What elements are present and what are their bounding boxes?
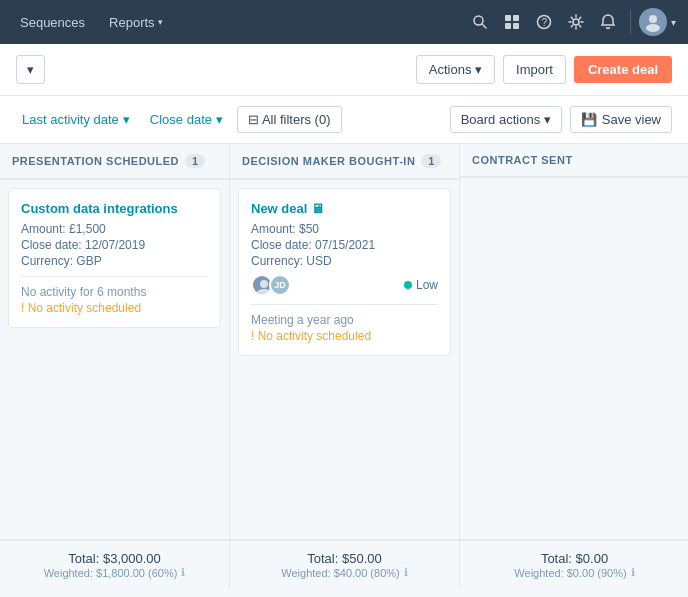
svg-text:?: ? [542,17,548,28]
bell-icon[interactable] [594,8,622,36]
top-navigation: Sequences Reports ▾ ? ▾ [0,0,688,44]
board-actions-button[interactable]: Board actions ▾ [450,106,562,133]
grid-icon[interactable] [498,8,526,36]
deal-currency: Currency: GBP [21,254,208,268]
close-date-label: Close date [150,112,212,127]
svg-point-8 [573,19,579,25]
all-filters-button[interactable]: ⊟ All filters (0) [237,106,342,133]
deal-amount: Amount: $50 [251,222,438,236]
last-activity-label: Last activity date [22,112,119,127]
import-label: Import [516,62,553,77]
actions-button[interactable]: Actions ▾ [416,55,495,84]
deal-divider [251,304,438,305]
col-weighted: Weighted: $40.00 (80%)ℹ [242,566,447,579]
sub-header: ▾ Actions ▾ Import Create deal [0,44,688,96]
deal-card-card-1[interactable]: Custom data integrationsAmount: £1,500Cl… [8,188,221,328]
nav-sequences[interactable]: Sequences [12,11,93,34]
board-column-col-presentation: PRESENTATION SCHEDULED1Custom data integ… [0,144,230,539]
priority-dot [404,281,412,289]
save-view-icon: 💾 [581,112,597,127]
col-title-col-presentation: PRESENTATION SCHEDULED [12,155,179,167]
create-deal-label: Create deal [588,62,658,77]
actions-label: Actions ▾ [429,62,482,77]
info-icon[interactable]: ℹ [631,566,635,579]
col-total: Total: $3,000.00 [12,551,217,566]
all-filters-label: ⊟ All filters (0) [248,112,331,127]
col-header-col-contract: CONTRACT SENT [460,144,688,178]
board-column-col-decision: DECISION MAKER BOUGHT-IN1New deal 🖥Amoun… [230,144,460,539]
close-date-chevron: ▾ [216,112,223,127]
deal-meta: JDLow [251,274,438,296]
deal-note-1: No activity for 6 months [21,285,208,299]
nav-divider [630,10,631,34]
priority-label: Low [416,278,438,292]
filters-bar: Last activity date ▾ Close date ▾ ⊟ All … [0,96,688,144]
avatar[interactable] [639,8,667,36]
weighted-text: Weighted: $1,800.00 (60%) [44,567,178,579]
deal-avatars: JD [251,274,291,296]
deal-note-2: ! No activity scheduled [21,301,208,315]
svg-rect-2 [505,15,511,21]
col-footer-col-decision: Total: $50.00Weighted: $40.00 (80%)ℹ [230,540,460,589]
svg-point-10 [646,24,660,32]
search-icon[interactable] [466,8,494,36]
col-footer-col-contract: Total: $0.00Weighted: $0.00 (90%)ℹ [460,540,688,589]
svg-line-1 [482,24,486,28]
col-title-col-decision: DECISION MAKER BOUGHT-IN [242,155,415,167]
deal-divider [21,276,208,277]
col-count-col-decision: 1 [421,154,441,168]
deal-note-1: Meeting a year ago [251,313,438,327]
deal-amount: Amount: £1,500 [21,222,208,236]
help-icon[interactable]: ? [530,8,558,36]
col-cards-col-decision: New deal 🖥Amount: $50Close date: 07/15/2… [230,180,459,539]
col-footer-col-presentation: Total: $3,000.00Weighted: $1,800.00 (60%… [0,540,230,589]
board-actions-label: Board actions ▾ [461,112,551,127]
deal-close-date: Close date: 12/07/2019 [21,238,208,252]
info-icon[interactable]: ℹ [404,566,408,579]
view-dropdown-label: ▾ [27,62,34,77]
col-header-col-presentation: PRESENTATION SCHEDULED1 [0,144,229,180]
save-view-label: Save view [602,112,661,127]
last-activity-filter[interactable]: Last activity date ▾ [16,108,136,131]
col-total: Total: $50.00 [242,551,447,566]
svg-rect-3 [513,15,519,21]
col-total: Total: $0.00 [472,551,677,566]
last-activity-chevron: ▾ [123,112,130,127]
import-button[interactable]: Import [503,55,566,84]
view-dropdown[interactable]: ▾ [16,55,45,84]
col-cards-col-contract [460,178,688,539]
board-column-col-contract: CONTRACT SENT [460,144,688,539]
save-view-button[interactable]: 💾 Save view [570,106,672,133]
deal-name: Custom data integrations [21,201,208,216]
col-header-col-decision: DECISION MAKER BOUGHT-IN1 [230,144,459,180]
deal-priority: Low [404,278,438,292]
col-cards-col-presentation: Custom data integrationsAmount: £1,500Cl… [0,180,229,539]
kanban-board: PRESENTATION SCHEDULED1Custom data integ… [0,144,688,539]
col-weighted: Weighted: $0.00 (90%)ℹ [472,566,677,579]
nav-account-chevron[interactable]: ▾ [671,17,676,28]
col-count-col-presentation: 1 [185,154,205,168]
weighted-text: Weighted: $40.00 (80%) [281,567,399,579]
info-icon[interactable]: ℹ [181,566,185,579]
board-footer: Total: $3,000.00Weighted: $1,800.00 (60%… [0,539,688,589]
create-deal-button[interactable]: Create deal [574,56,672,83]
nav-reports[interactable]: Reports ▾ [101,11,171,34]
svg-rect-4 [505,23,511,29]
close-date-filter[interactable]: Close date ▾ [144,108,229,131]
svg-point-11 [260,280,268,288]
deal-card-card-2[interactable]: New deal 🖥Amount: $50Close date: 07/15/2… [238,188,451,356]
settings-icon[interactable] [562,8,590,36]
col-title-col-contract: CONTRACT SENT [472,154,573,166]
deal-note-2: ! No activity scheduled [251,329,438,343]
svg-rect-5 [513,23,519,29]
svg-point-9 [649,15,657,23]
avatar-2: JD [269,274,291,296]
col-weighted: Weighted: $1,800.00 (60%)ℹ [12,566,217,579]
deal-close-date: Close date: 07/15/2021 [251,238,438,252]
weighted-text: Weighted: $0.00 (90%) [514,567,626,579]
deal-currency: Currency: USD [251,254,438,268]
deal-name: New deal 🖥 [251,201,438,216]
